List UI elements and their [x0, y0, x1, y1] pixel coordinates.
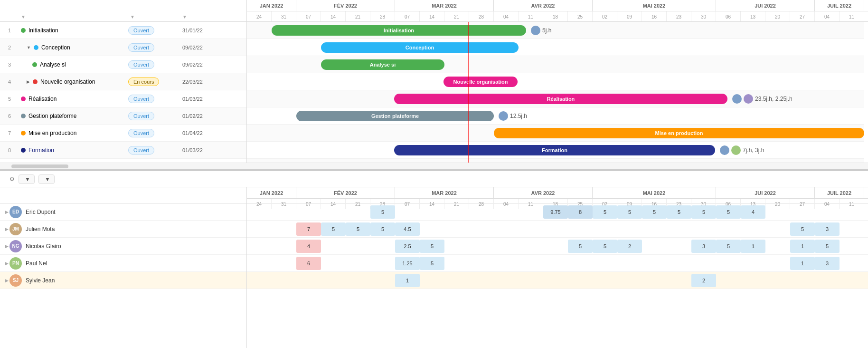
effort-text: 12.5j.h	[510, 113, 527, 119]
res-cell	[346, 257, 370, 270]
res-cell	[617, 274, 642, 287]
gantt-bar[interactable]: Initialisation	[272, 25, 526, 36]
task-row[interactable]: 4▶Nouvelle organisationEn cours22/03/22	[0, 73, 246, 90]
effort-label: 5j.h	[531, 26, 551, 35]
resource-row[interactable]: ▶SJSylvie Jean	[0, 272, 246, 289]
task-row[interactable]: 1InitialisationOuvert31/01/22	[0, 22, 246, 39]
resource-row[interactable]: ▶EDEric Dupont	[0, 203, 246, 221]
task-name-text: Gestion plateforme	[28, 113, 76, 119]
res-cell	[346, 240, 370, 253]
res-cell	[247, 274, 272, 287]
res-cell	[296, 274, 321, 287]
task-dot	[21, 114, 26, 118]
res-cell	[519, 240, 543, 253]
weeks-row: 2431071421280714212804111825020916233006…	[247, 11, 868, 21]
res-expand-arrow[interactable]: ▶	[0, 278, 9, 283]
chart-task-row: Mise en production	[247, 125, 864, 142]
res-chart-row: 59.7585555554	[247, 203, 868, 221]
resource-avatar: ED	[9, 206, 22, 218]
res-cell: 6	[296, 257, 321, 270]
task-row[interactable]: 2▼ConceptionOuvert09/02/22	[0, 39, 246, 56]
filter-down-icon: ▼	[25, 176, 30, 183]
resource-avatar: NG	[9, 240, 22, 252]
scroll-bar[interactable]	[0, 163, 868, 170]
res-cell	[420, 274, 444, 287]
res-months-row: JAN 2022FÉV 2022MAR 2022AVR 2022MAI 2022…	[247, 187, 868, 199]
task-statut: Ouvert	[128, 129, 180, 137]
res-cell: 1	[790, 257, 815, 270]
effort-label: 12.5j.h	[499, 111, 527, 121]
expand-arrow-icon[interactable]: ▼	[27, 45, 31, 50]
scroll-thumb[interactable]	[11, 164, 68, 168]
task-row[interactable]: 6Gestion plateformeOuvert01/02/22	[0, 107, 246, 125]
task-statut: Ouvert	[128, 146, 180, 155]
resource-filter-button[interactable]: ▼	[19, 174, 35, 184]
res-cell	[469, 240, 494, 253]
res-expand-arrow[interactable]: ▶	[0, 227, 9, 232]
plus-down-icon: ▼	[45, 176, 50, 183]
task-row[interactable]: 7Mise en productionOuvert01/04/22	[0, 125, 246, 142]
chart-task-row: Formation7j.h, 3j.h	[247, 142, 864, 159]
chart-task-row: Initialisation5j.h	[247, 22, 864, 39]
res-cell	[617, 222, 642, 236]
res-expand-arrow[interactable]: ▶	[0, 210, 9, 214]
expand-arrow-icon[interactable]: ▶	[27, 79, 30, 84]
res-cell	[519, 257, 543, 270]
gantt-bar[interactable]: Formation	[394, 145, 715, 155]
gantt-bar[interactable]: Analyse si	[321, 59, 444, 70]
res-cell	[247, 222, 272, 236]
task-nom: Mise en production	[19, 130, 128, 136]
gantt-bar[interactable]: Réalisation	[394, 94, 727, 104]
effort-label: 7j.h, 3j.h	[720, 145, 764, 155]
gantt-bar[interactable]: Mise en production	[494, 128, 864, 138]
task-date: 31/01/22	[180, 28, 228, 33]
res-cell	[444, 222, 469, 236]
col-date-header: ▼	[180, 14, 228, 19]
resource-section: ⚙ ▼ ▼ JAN 2022FÉV 2022MAR 2022AVR 2022MA…	[0, 171, 868, 348]
task-row[interactable]: 8FormationOuvert01/03/22	[0, 142, 246, 159]
res-cell: 2	[617, 240, 642, 253]
res-expand-arrow[interactable]: ▶	[0, 244, 9, 249]
task-num: 4	[0, 79, 19, 85]
task-row[interactable]: 3Analyse siOuvert09/02/22	[0, 56, 246, 73]
res-cell: 5	[667, 205, 691, 219]
status-badge: Ouvert	[128, 43, 154, 52]
gantt-body: 1InitialisationOuvert31/01/222▼Conceptio…	[0, 22, 868, 163]
statut-filter-icon[interactable]: ▼	[130, 14, 135, 19]
res-cell	[840, 257, 864, 270]
res-cell: 4.5	[395, 222, 420, 236]
res-cell	[716, 274, 741, 287]
res-cell	[667, 257, 691, 270]
status-badge: Ouvert	[128, 60, 154, 69]
resource-row[interactable]: ▶JMJulien Mota	[0, 221, 246, 238]
res-cell	[543, 274, 568, 287]
gantt-bar[interactable]: Nouvelle organisation	[443, 77, 518, 87]
task-name-text: Formation	[28, 147, 54, 154]
res-cell	[494, 240, 519, 253]
resource-plus-button[interactable]: ▼	[38, 174, 55, 184]
res-chart-row: 75554.553	[247, 221, 868, 238]
task-row[interactable]: 5RéalisationOuvert01/03/22	[0, 90, 246, 107]
task-row[interactable]: 9Livraison documentOuvert01/06/22	[0, 159, 246, 163]
res-expand-arrow[interactable]: ▶	[0, 261, 9, 266]
resource-row[interactable]: ▶NGNicolas Glairo	[0, 238, 246, 255]
res-cell	[370, 240, 395, 253]
gantt-bar[interactable]: Conception	[321, 42, 519, 53]
res-cell: 5	[346, 222, 370, 236]
task-statut: Ouvert	[128, 60, 180, 69]
task-date: 09/02/22	[180, 45, 228, 50]
gantt-bar[interactable]: Gestion plateforme	[296, 111, 494, 121]
nom-filter-icon[interactable]: ▼	[21, 14, 26, 19]
res-cell: 5	[815, 240, 840, 253]
res-cell	[568, 222, 593, 236]
res-cell	[815, 274, 840, 287]
task-date: 01/04/22	[180, 130, 228, 136]
res-cell	[395, 205, 420, 219]
res-cell: 5	[593, 205, 617, 219]
date-filter-icon[interactable]: ▼	[182, 14, 187, 19]
task-dot	[34, 45, 38, 50]
resource-row[interactable]: ▶PNPaul Nel	[0, 255, 246, 272]
status-badge: Ouvert	[128, 146, 154, 155]
res-cell: 1	[741, 240, 765, 253]
task-date: 01/03/22	[180, 147, 228, 153]
